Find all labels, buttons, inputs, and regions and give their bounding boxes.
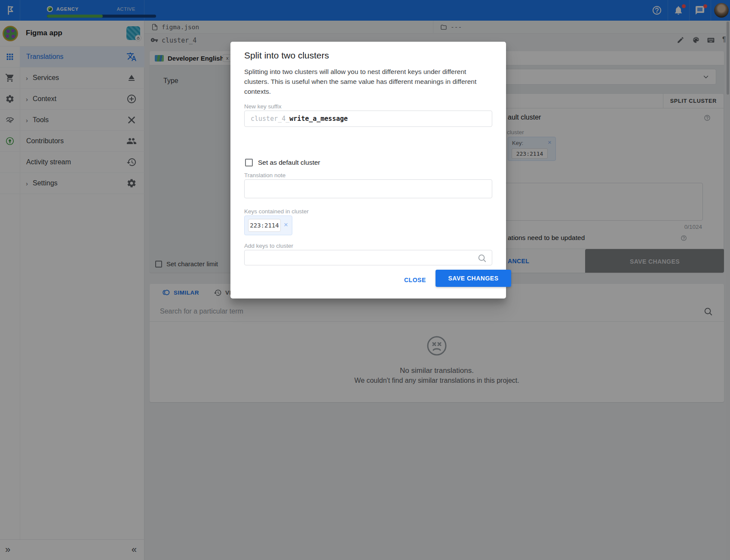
add-keys-label: Add keys to cluster <box>244 243 293 249</box>
new-key-suffix-input[interactable]: cluster_4_write_a_message <box>244 111 492 127</box>
save-changes-button[interactable]: SAVE CHANGES <box>436 270 511 287</box>
set-default-cluster-label: Set as default cluster <box>258 159 320 166</box>
new-key-suffix-label: New key suffix <box>244 103 282 110</box>
contained-key-value: 223:2114 <box>248 219 281 232</box>
keys-contained-label: Keys contained in cluster <box>244 208 309 215</box>
split-cluster-dialog: Split into two clusters Splitting into t… <box>230 42 506 298</box>
contained-key-chip: 223:2114 × <box>244 215 292 235</box>
dialog-title: Split into two clusters <box>244 50 329 61</box>
dialog-actions: CLOSE SAVE CHANGES <box>230 270 506 289</box>
new-key-value: write_a_message <box>289 115 347 123</box>
set-default-cluster-row[interactable]: Set as default cluster <box>245 159 320 166</box>
app-root: AGENCY ACTIVE Figma app <box>0 0 730 560</box>
translation-note-field <box>244 179 492 198</box>
add-keys-input[interactable] <box>245 250 492 265</box>
set-default-cluster-checkbox[interactable] <box>245 159 253 166</box>
dialog-description: Splitting into two clusters will allow y… <box>244 67 493 96</box>
translation-note-label: Translation note <box>244 172 285 178</box>
add-keys-field <box>244 250 492 265</box>
translation-note-input[interactable] <box>245 180 492 198</box>
close-button[interactable]: CLOSE <box>401 275 429 285</box>
new-key-prefix: cluster_4_ <box>251 115 289 123</box>
search-icon <box>477 253 487 263</box>
remove-key-icon[interactable]: × <box>284 221 288 229</box>
